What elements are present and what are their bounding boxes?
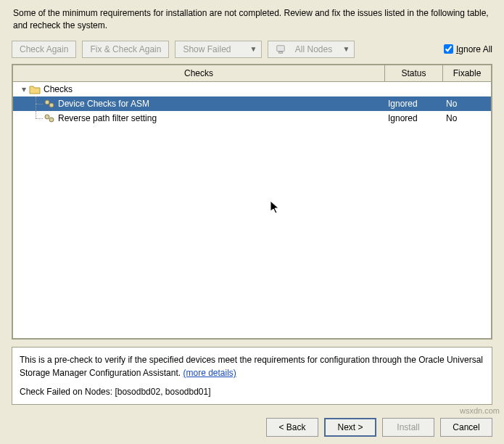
row-label: Reverse path filter setting [58,111,157,126]
fix-and-check-again-button[interactable]: Fix & Check Again [82,41,169,58]
instruction-text: Some of the minimum requirements for ins… [0,0,504,38]
chevron-down-icon: ▼ [343,45,350,53]
row-status: Ignored [385,111,443,126]
svg-rect-0 [277,45,285,51]
wizard-nav: < Back Next > Install Cancel [0,412,504,444]
details-panel: This is a pre-check to verify if the spe… [12,347,492,405]
ignore-all-checkbox[interactable] [444,44,453,54]
back-button[interactable]: < Back [266,418,318,437]
toolbar: Check Again Fix & Check Again Show Faile… [0,38,504,64]
more-details-link[interactable]: (more details) [183,368,236,378]
svg-point-4 [45,115,49,119]
row-status: Ignored [385,96,443,111]
all-nodes-dropdown[interactable]: All Nodes ▼ [268,41,355,58]
col-header-fixable[interactable]: Fixable [443,65,491,81]
table-row[interactable]: Device Checks for ASM Ignored No [13,96,491,111]
col-header-status[interactable]: Status [385,65,443,81]
tree-group-checks[interactable]: ▾ Checks [13,82,491,96]
group-label: Checks [44,82,73,96]
svg-rect-1 [279,52,283,53]
svg-point-5 [49,118,54,122]
show-failed-dropdown[interactable]: Show Failed ▼ [175,41,262,58]
checks-table: Checks Status Fixable ▾ Checks [12,64,492,340]
chevron-down-icon: ▼ [250,45,257,53]
check-again-button[interactable]: Check Again [12,41,76,58]
folder-icon [29,84,41,94]
table-row[interactable]: Reverse path filter setting Ignored No [13,111,491,126]
nodes-icon [276,44,286,54]
svg-point-3 [49,103,54,107]
details-text: This is a pre-check to verify if the spe… [20,355,483,378]
table-body: ▾ Checks Device C [13,82,491,338]
expand-icon[interactable]: ▾ [19,82,29,96]
next-button[interactable]: Next > [324,418,376,437]
col-header-checks[interactable]: Checks [13,65,385,81]
failed-nodes-text: Check Failed on Nodes: [bosodbd02, bosod… [20,385,484,398]
row-label: Device Checks for ASM [58,96,149,111]
gears-icon [44,113,55,123]
row-fixable: No [443,96,491,111]
cancel-button[interactable]: Cancel [440,418,492,437]
ignore-all-label: gnore All [458,44,492,54]
install-button[interactable]: Install [382,418,434,437]
table-header: Checks Status Fixable [13,65,491,82]
row-fixable: No [443,111,491,126]
gears-icon [44,99,55,109]
ignore-all-checkbox-wrap[interactable]: Ignore All [444,44,492,54]
svg-point-2 [45,100,49,104]
